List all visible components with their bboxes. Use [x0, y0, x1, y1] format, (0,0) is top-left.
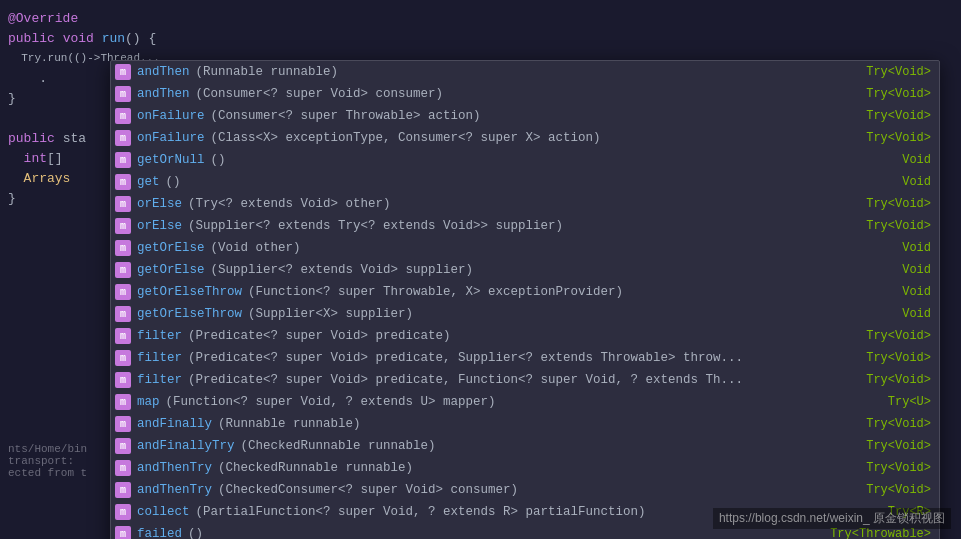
- item-name: orElse: [137, 219, 182, 233]
- item-params: (Function<? super Throwable, X> exceptio…: [248, 285, 623, 299]
- item-params: (Predicate<? super Void> predicate, Supp…: [188, 351, 743, 365]
- item-params: (Void other): [211, 241, 301, 255]
- item-name: getOrElse: [137, 241, 205, 255]
- item-params: (): [188, 527, 203, 539]
- item-name: onFailure: [137, 131, 205, 145]
- code-line-7: public sta: [0, 128, 110, 148]
- autocomplete-item[interactable]: mfilter(Predicate<? super Void> predicat…: [111, 325, 939, 347]
- code-line-4: .: [0, 68, 110, 88]
- autocomplete-item[interactable]: mandThenTry(CheckedRunnable runnable)Try…: [111, 457, 939, 479]
- item-name: andThen: [137, 87, 190, 101]
- method-badge: m: [115, 328, 131, 344]
- item-name: get: [137, 175, 160, 189]
- item-return-type: Try<Void>: [846, 483, 931, 497]
- item-params: (CheckedRunnable runnable): [241, 439, 436, 453]
- code-line-5: }: [0, 88, 110, 108]
- item-name: collect: [137, 505, 190, 519]
- autocomplete-item[interactable]: monFailure(Class<X> exceptionType, Consu…: [111, 127, 939, 149]
- status-line-1: nts/Home/bin: [8, 443, 112, 455]
- item-name: andFinally: [137, 417, 212, 431]
- autocomplete-item[interactable]: mgetOrElse(Void other)Void: [111, 237, 939, 259]
- item-name: map: [137, 395, 160, 409]
- item-return-type: Void: [882, 153, 931, 167]
- watermark-url: https://blog.csdn.net/weixin_: [719, 511, 870, 525]
- item-name: failed: [137, 527, 182, 539]
- autocomplete-item[interactable]: mfilter(Predicate<? super Void> predicat…: [111, 369, 939, 391]
- item-name: filter: [137, 373, 182, 387]
- method-badge: m: [115, 108, 131, 124]
- autocomplete-item[interactable]: morElse(Supplier<? extends Try<? extends…: [111, 215, 939, 237]
- code-line-2: public void run() {: [0, 28, 110, 48]
- autocomplete-item[interactable]: mgetOrNull()Void: [111, 149, 939, 171]
- bottom-status: nts/Home/bin transport: ected from t: [0, 429, 120, 539]
- method-badge: m: [115, 152, 131, 168]
- autocomplete-item[interactable]: mandThen(Runnable runnable)Try<Void>: [111, 61, 939, 83]
- method-badge: m: [115, 64, 131, 80]
- item-params: (Supplier<? extends Void> supplier): [211, 263, 474, 277]
- item-name: getOrElse: [137, 263, 205, 277]
- method-badge: m: [115, 526, 131, 539]
- autocomplete-item[interactable]: mgetOrElse(Supplier<? extends Void> supp…: [111, 259, 939, 281]
- item-params: (PartialFunction<? super Void, ? extends…: [196, 505, 646, 519]
- item-params: (Supplier<? extends Try<? extends Void>>…: [188, 219, 563, 233]
- item-name: getOrElseThrow: [137, 285, 242, 299]
- code-line-3: Try.run(()->Thread...: [0, 48, 110, 68]
- autocomplete-item[interactable]: morElse(Try<? extends Void> other)Try<Vo…: [111, 193, 939, 215]
- autocomplete-item[interactable]: mandThenTry(CheckedConsumer<? super Void…: [111, 479, 939, 501]
- autocomplete-item[interactable]: mfilter(Predicate<? super Void> predicat…: [111, 347, 939, 369]
- autocomplete-item[interactable]: mandFinally(Runnable runnable)Try<Void>: [111, 413, 939, 435]
- item-return-type: Try<Void>: [846, 109, 931, 123]
- item-name: andThenTry: [137, 461, 212, 475]
- item-name: andFinallyTry: [137, 439, 235, 453]
- method-badge: m: [115, 86, 131, 102]
- method-badge: m: [115, 372, 131, 388]
- autocomplete-item[interactable]: monFailure(Consumer<? super Throwable> a…: [111, 105, 939, 127]
- item-return-type: Void: [882, 241, 931, 255]
- autocomplete-item[interactable]: mget()Void: [111, 171, 939, 193]
- method-badge: m: [115, 196, 131, 212]
- method-badge: m: [115, 174, 131, 190]
- item-name: filter: [137, 329, 182, 343]
- code-line-6: [0, 108, 110, 128]
- item-name: onFailure: [137, 109, 205, 123]
- autocomplete-item[interactable]: mgetOrElseThrow(Function<? super Throwab…: [111, 281, 939, 303]
- watermark-suffix: 原金锁积视图: [873, 511, 945, 525]
- item-params: (): [166, 175, 181, 189]
- autocomplete-item[interactable]: mandThen(Consumer<? super Void> consumer…: [111, 83, 939, 105]
- method-badge: m: [115, 130, 131, 146]
- autocomplete-item[interactable]: mmap(Function<? super Void, ? extends U>…: [111, 391, 939, 413]
- autocomplete-item[interactable]: mandFinallyTry(CheckedRunnable runnable)…: [111, 435, 939, 457]
- item-params: (Try<? extends Void> other): [188, 197, 391, 211]
- item-return-type: Try<Void>: [846, 197, 931, 211]
- code-line-9: Arrays: [0, 168, 110, 188]
- autocomplete-item[interactable]: mgetOrElseThrow(Supplier<X> supplier)Voi…: [111, 303, 939, 325]
- item-params: (Consumer<? super Void> consumer): [196, 87, 444, 101]
- method-badge: m: [115, 284, 131, 300]
- code-line-10: }: [0, 188, 110, 208]
- method-badge: m: [115, 504, 131, 520]
- item-params: (CheckedConsumer<? super Void> consumer): [218, 483, 518, 497]
- item-name: orElse: [137, 197, 182, 211]
- item-name: getOrNull: [137, 153, 205, 167]
- method-badge: m: [115, 240, 131, 256]
- item-return-type: Try<U>: [868, 395, 931, 409]
- status-line-2: transport:: [8, 455, 112, 467]
- item-params: (Consumer<? super Throwable> action): [211, 109, 481, 123]
- item-return-type: Try<Void>: [846, 417, 931, 431]
- method-badge: m: [115, 218, 131, 234]
- item-return-type: Try<Void>: [846, 461, 931, 475]
- item-return-type: Try<Void>: [846, 219, 931, 233]
- code-line-1: @Override: [0, 8, 110, 28]
- item-name: andThen: [137, 65, 190, 79]
- method-badge: m: [115, 482, 131, 498]
- item-params: (Predicate<? super Void> predicate): [188, 329, 451, 343]
- code-line-8: int[]: [0, 148, 110, 168]
- item-return-type: Try<Void>: [846, 329, 931, 343]
- item-return-type: Void: [882, 263, 931, 277]
- method-badge: m: [115, 350, 131, 366]
- item-params: (Predicate<? super Void> predicate, Func…: [188, 373, 743, 387]
- method-badge: m: [115, 394, 131, 410]
- item-return-type: Try<Void>: [846, 131, 931, 145]
- watermark: https://blog.csdn.net/weixin_ 原金锁积视图: [713, 508, 951, 529]
- item-params: (CheckedRunnable runnable): [218, 461, 413, 475]
